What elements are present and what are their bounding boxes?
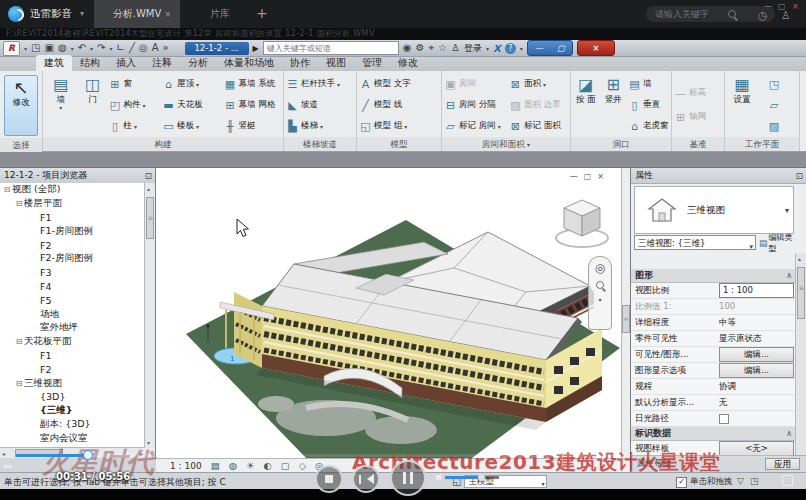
revit-logo[interactable]: R (3, 41, 20, 56)
ramp-button[interactable]: ◣坡道 (286, 96, 354, 114)
revit-window-buttons[interactable]: —▢ (527, 40, 573, 56)
property-row[interactable]: 图形显示选项 编辑... (631, 363, 806, 379)
room-separator-button[interactable]: ⊟房间 分隔 (444, 96, 507, 114)
tree-item[interactable]: {三维} (0, 404, 144, 418)
roof-chevron-icon[interactable]: ▾ (196, 81, 199, 88)
identity-section-header[interactable]: 标识数据 ∧ (631, 427, 806, 441)
redo-chevron-icon[interactable]: ▾ (109, 45, 112, 52)
tag-room-chevron-icon[interactable]: ▾ (498, 123, 501, 130)
tree-item[interactable]: F1 (0, 211, 144, 225)
viewcube[interactable] (552, 192, 614, 252)
help-chevron-icon[interactable]: ▾ (520, 45, 523, 52)
property-value[interactable]: 编辑... (719, 363, 794, 378)
ceiling-button[interactable]: ▬天花板 (162, 96, 221, 114)
tree-item[interactable]: 副本: {3D} (0, 418, 144, 432)
curtain-grid-button[interactable]: ⊞幕墙 网格 (224, 96, 282, 114)
view-restore-icon[interactable]: ▢ (584, 172, 598, 181)
player-tab-library[interactable]: 片库 (190, 0, 250, 28)
exchange-apps-icon[interactable]: X (493, 43, 501, 54)
tree-item[interactable]: 视图 (全部) (0, 183, 144, 197)
area-boundary-button[interactable]: ▨面积 边界 (509, 96, 568, 114)
detail-level-icon[interactable]: ▤ (211, 461, 220, 471)
ribbon-tab[interactable]: 协作 (282, 55, 318, 71)
ribbon-tab[interactable]: 修改 (390, 55, 426, 71)
floor-chevron-icon[interactable]: ▾ (196, 123, 199, 130)
stop-button[interactable] (315, 465, 343, 493)
undo-chevron-icon[interactable]: ▾ (90, 45, 93, 52)
roof-button[interactable]: ⌂屋顶▾ (162, 75, 221, 93)
area-chevron-icon[interactable]: ▾ (543, 81, 546, 88)
app-button-chevron-icon[interactable]: ▾ (24, 45, 27, 52)
player-maximize-button[interactable]: ▢ (778, 2, 786, 11)
undo-icon[interactable]: ↶ (78, 43, 86, 53)
grid-button[interactable]: ⊞轴网 (674, 108, 722, 126)
type-selector[interactable]: 三维视图: {三维} ▾ (634, 235, 756, 250)
tree-item[interactable]: F5 (0, 293, 144, 307)
player-search-input[interactable] (646, 6, 775, 22)
room-area-panel-label[interactable]: 房间和面积 ▾ (442, 137, 570, 151)
ribbon-tab[interactable]: 插入 (108, 55, 144, 71)
tree-expander-icon[interactable] (2, 185, 12, 194)
show-workplane-button[interactable]: ◳ (768, 75, 781, 93)
volume-control[interactable] (436, 473, 499, 481)
component-chevron-icon[interactable]: ▾ (142, 102, 145, 109)
redo-icon[interactable]: ↷ (97, 43, 105, 53)
scroll-up-icon[interactable]: ▴ (798, 255, 801, 262)
property-row[interactable]: 详细程度 中等 (631, 315, 806, 331)
workplane-viewer-button[interactable]: ▨ (768, 117, 781, 135)
canvas-scrollbar[interactable]: ≡ (621, 168, 630, 458)
ribbon-tab[interactable]: 分析 (180, 55, 216, 71)
filter-icon[interactable]: ▽ (737, 476, 750, 486)
pin-icon[interactable]: ⊡ (144, 169, 152, 184)
model-group-chevron-icon[interactable]: ▾ (404, 123, 407, 130)
collapse-icon[interactable]: ∧ (786, 427, 792, 440)
apply-button[interactable]: 应用 (765, 458, 800, 470)
drag-select-control[interactable]: ✓ 单击和拖拽 (676, 476, 733, 488)
tree-item[interactable]: F2 (0, 362, 144, 376)
property-row[interactable]: 默认分析显示... 无 (631, 395, 806, 411)
volume-handle[interactable] (478, 474, 485, 481)
fullscreen-icon[interactable] (782, 475, 793, 486)
wall-button[interactable]: ▤ 墙 ▾ (45, 73, 77, 137)
property-row[interactable]: 可见性/图形... 编辑... (631, 347, 806, 363)
stair-button[interactable]: ▙楼梯▾ (286, 117, 354, 135)
ribbon-tab[interactable]: 注释 (144, 55, 180, 71)
scroll-left-icon[interactable]: ◂ (2, 450, 5, 457)
floor-button[interactable]: ▭楼板▾ (162, 117, 221, 135)
status-filter-icons[interactable]: ▽◳ (737, 476, 764, 486)
component-button[interactable]: ◰构件▾ (108, 96, 160, 114)
tree-item[interactable]: F2-房间图例 (0, 252, 144, 266)
ribbon-tab[interactable]: 管理 (354, 55, 390, 71)
search-icon[interactable] (728, 10, 736, 18)
room-area-panel-chevron-icon[interactable]: ▾ (527, 141, 530, 148)
volume-track[interactable] (445, 476, 499, 479)
dormer-button[interactable]: ⌂老虎窗 (628, 117, 669, 135)
signin-chevron-icon[interactable]: ▾ (486, 45, 489, 52)
view-minimize-icon[interactable]: — (570, 172, 584, 181)
properties-scrollbar[interactable]: ▴ ≡ (795, 253, 806, 455)
modify-button[interactable]: ↖ 修改 (4, 75, 38, 136)
help-icon[interactable]: ? (505, 43, 516, 54)
speaker-icon[interactable] (436, 473, 442, 481)
set-workplane-button[interactable]: ▦ 设置 (727, 73, 757, 137)
drawing-canvas[interactable]: 1 (156, 168, 630, 458)
signin-user-icon[interactable]: ♙ (451, 43, 460, 53)
player-close-button[interactable]: × (792, 2, 799, 11)
ribbon-tab[interactable]: 建筑 (36, 55, 72, 71)
property-value[interactable]: 无 (719, 396, 794, 409)
door-button[interactable]: ◫ 门 (79, 73, 107, 137)
ribbon-tab[interactable]: 视图 (318, 55, 354, 71)
crop-region-icon[interactable]: ◇ (299, 461, 306, 471)
properties-scroll-thumb[interactable]: ≡ (797, 267, 805, 319)
view-window-controls[interactable]: —▢× (570, 172, 610, 181)
railing-button[interactable]: ☰栏杆扶手▾ (286, 75, 354, 93)
navbar-chevron-icon[interactable]: ▾ (598, 296, 601, 303)
open-icon[interactable]: ◳ (31, 43, 40, 53)
tree-item[interactable]: F1-房间图例 (0, 224, 144, 238)
shaft-button[interactable]: ⊞ 竖井 (600, 73, 625, 137)
canvas-scroll-thumb[interactable]: ≡ (622, 305, 630, 333)
rewind-icon[interactable]: «« (3, 461, 12, 471)
tree-item[interactable]: 楼层平面 (0, 197, 144, 211)
scroll-up-icon[interactable]: ▴ (147, 185, 150, 192)
area-button[interactable]: ⊠面积▾ (509, 75, 568, 93)
